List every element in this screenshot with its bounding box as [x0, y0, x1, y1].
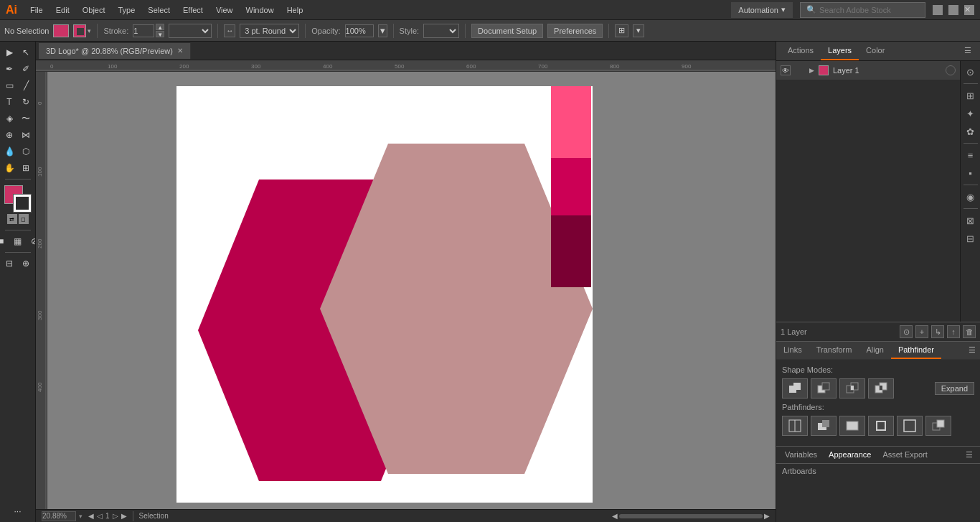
change-screen-btn[interactable]: ⊟ [1, 256, 17, 271]
swap-colors-btn[interactable]: ⇄ [7, 214, 17, 224]
menu-edit[interactable]: Edit [50, 4, 75, 16]
opacity-arrow-button[interactable]: ▾ [378, 24, 387, 37]
opacity-input[interactable] [345, 24, 374, 37]
bottom-tab-transform[interactable]: Transform [809, 342, 859, 359]
layer-item[interactable]: 👁 ▶ Layer 1 [776, 61, 960, 80]
tab-color[interactable]: Color [859, 42, 892, 60]
stroke-type-select[interactable]: 3 pt. Round [240, 24, 299, 38]
close-icon[interactable]: ✕ [964, 5, 974, 15]
transform-btn[interactable]: ▾ [633, 24, 644, 37]
add-anchor-tool[interactable]: ✐ [18, 61, 34, 77]
canvas-container[interactable]: 0 100 200 300 400 500 600 700 800 900 0 [36, 60, 776, 522]
make-clipping-mask-btn[interactable]: ⊙ [900, 325, 913, 338]
search-input[interactable] [819, 6, 919, 14]
make-layer-btn[interactable]: + [915, 325, 928, 338]
vb-tab-appearance[interactable]: Appearance [823, 447, 877, 463]
stroke-down-button[interactable]: ▼ [156, 31, 164, 37]
menu-help[interactable]: Help [281, 4, 309, 16]
clover-icon[interactable]: ✿ [963, 123, 979, 139]
menu-file[interactable]: File [24, 4, 49, 16]
workspace-icon[interactable] [948, 5, 958, 15]
width-tool-btn[interactable]: ↔ [224, 24, 235, 37]
bottom-tab-pathfinder[interactable]: Pathfinder [891, 342, 941, 359]
warp-tool[interactable]: ⋈ [18, 127, 34, 143]
pen-tool[interactable]: ✒ [1, 61, 17, 77]
selection-tool[interactable]: ▶ [1, 45, 17, 60]
minus-back-btn[interactable] [925, 416, 951, 436]
rotate-tool[interactable]: ↻ [18, 94, 34, 110]
tab-actions[interactable]: Actions [781, 42, 821, 60]
prev-icon[interactable]: ◁ [97, 512, 103, 520]
sphere-icon[interactable]: ◉ [963, 189, 979, 205]
scroll-right-icon[interactable]: ▶ [764, 512, 770, 520]
stroke-box[interactable] [13, 194, 32, 213]
stroke-width-input[interactable] [133, 24, 154, 37]
vb-tab-menu-icon[interactable]: ☰ [961, 447, 977, 463]
horizontal-scrollbar[interactable] [619, 514, 763, 518]
tab-close-icon[interactable]: ✕ [177, 47, 183, 55]
bottom-tab-menu-icon[interactable]: ☰ [964, 342, 980, 359]
puppet-icon[interactable]: ✦ [963, 106, 979, 121]
bottom-tab-links[interactable]: Links [776, 342, 809, 359]
menu-effect[interactable]: Effect [177, 4, 209, 16]
delete-layer-btn[interactable]: 🗑 [963, 325, 976, 338]
fill-color-swatch[interactable] [53, 24, 69, 37]
minus-front-btn[interactable] [811, 378, 837, 399]
scroll-left-icon[interactable]: ◀ [612, 512, 618, 520]
next-icon[interactable]: ▷ [113, 512, 118, 520]
draw-inside-btn[interactable]: ⊕ [18, 256, 34, 271]
menu-type[interactable]: Type [113, 4, 141, 16]
blend-tool[interactable]: ⬡ [18, 144, 34, 159]
merge-btn[interactable] [839, 416, 865, 436]
preferences-button[interactable]: Preferences [547, 24, 603, 38]
tab-layers[interactable]: Layers [821, 42, 859, 60]
layer-expand-icon[interactable]: ▶ [809, 67, 814, 74]
artboard-wrapper[interactable] [47, 72, 776, 509]
menu-window[interactable]: Window [240, 4, 280, 16]
arrange-btn[interactable]: ⊞ [615, 24, 628, 37]
bottom-tab-align[interactable]: Align [859, 342, 890, 359]
shape2-icon[interactable]: ▪ [963, 165, 979, 181]
paint-bucket-tool[interactable]: ◈ [1, 111, 17, 126]
search-box[interactable]: 🔍 [800, 2, 925, 18]
crop-btn[interactable] [868, 416, 894, 436]
zoom-input[interactable] [42, 511, 76, 521]
document-tab[interactable]: 3D Logo* @ 20.88% (RGB/Preview) ✕ [39, 43, 191, 59]
align-icon[interactable]: ⊟ [963, 230, 979, 246]
gradient-mode-btn[interactable]: ▦ [10, 233, 26, 249]
automation-button[interactable]: Automation ▾ [731, 2, 793, 18]
direct-select-tool[interactable]: ↖ [18, 45, 34, 60]
transform-icon[interactable]: ⊠ [963, 213, 979, 228]
unite-btn[interactable] [782, 378, 808, 399]
perspective-tool[interactable]: ⊞ [18, 160, 34, 176]
color-mode-btn[interactable]: ■ [0, 233, 9, 249]
zoom-arrow[interactable]: ▾ [79, 513, 83, 520]
smooth-tool[interactable]: 〜 [18, 111, 34, 126]
zoom-tool[interactable]: ⊕ [1, 127, 17, 143]
menu-object[interactable]: Object [77, 4, 111, 16]
exclude-btn[interactable] [868, 378, 894, 399]
collect-into-layer-btn[interactable]: ↳ [931, 325, 944, 338]
none-mode-btn[interactable]: ⊘ [27, 233, 37, 249]
stroke-up-button[interactable]: ▲ [156, 24, 164, 30]
more-tools-btn[interactable]: ··· [10, 503, 26, 519]
hand-tool[interactable]: ✋ [1, 160, 17, 176]
divide-btn[interactable] [782, 416, 808, 436]
default-colors-btn[interactable]: ◻ [19, 214, 29, 224]
prev-page-icon[interactable]: ◀ [88, 512, 94, 520]
line-tool[interactable]: ╱ [18, 78, 34, 93]
text-tool[interactable]: T [1, 94, 17, 110]
document-setup-button[interactable]: Document Setup [471, 24, 543, 38]
nav-icon[interactable]: ⊙ [963, 64, 979, 80]
arrange-icon[interactable] [933, 5, 943, 15]
menu-view[interactable]: View [210, 4, 239, 16]
stroke-select[interactable] [169, 24, 212, 38]
grid-icon[interactable]: ⊞ [963, 88, 979, 103]
menu-select[interactable]: Select [142, 4, 176, 16]
vb-tab-asset-export[interactable]: Asset Export [877, 447, 933, 463]
outline-btn[interactable] [897, 416, 923, 436]
layer-select-circle[interactable] [946, 65, 956, 75]
layer-visibility-toggle[interactable]: 👁 [781, 65, 791, 75]
zoom-control[interactable]: ▾ [42, 511, 83, 521]
trim-btn[interactable] [811, 416, 837, 436]
